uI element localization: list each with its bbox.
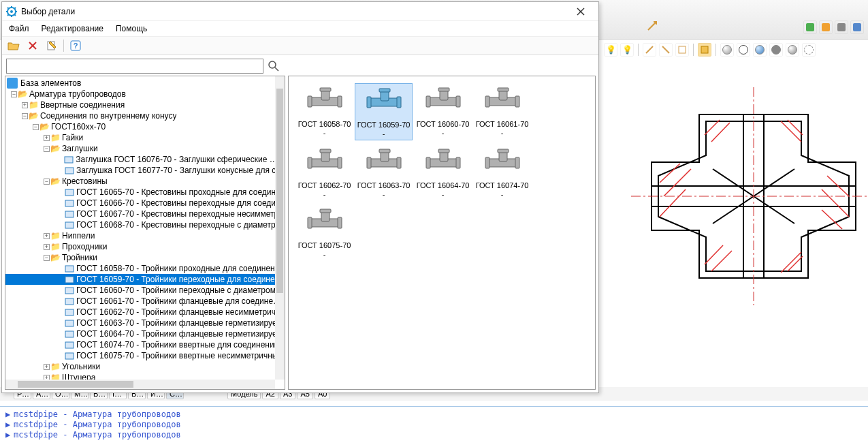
bg-tool-icon[interactable] <box>647 20 660 34</box>
bg-icon-2[interactable] <box>819 20 833 34</box>
tb-tool2-icon[interactable] <box>659 43 673 57</box>
thumbnail-item[interactable]: ГОСТ 16062-70 -Тройники фла... <box>295 144 353 200</box>
part-icon <box>64 264 75 273</box>
svg-rect-55 <box>65 353 74 359</box>
tree-leaf[interactable]: ГОСТ 16061-70 - Тройники фланцевые для с… <box>5 296 285 307</box>
tee-fitting-icon <box>479 146 526 179</box>
cross-fitting-drawing <box>631 87 868 333</box>
tb-sphere2-icon[interactable] <box>737 43 750 57</box>
close-button[interactable] <box>567 3 594 20</box>
drawing-canvas[interactable] <box>597 60 868 399</box>
tee-fitting-icon <box>479 84 526 117</box>
search-button[interactable] <box>266 59 281 74</box>
scroll-thumb[interactable] <box>18 381 133 388</box>
tb-sphere1-icon[interactable] <box>720 43 734 57</box>
tree-leaf[interactable]: Заглушка ГОСТ 16076-70 - Заглушки сферич… <box>5 154 285 165</box>
tree-leaf[interactable]: Заглушка ГОСТ 16077-70 - Заглушки конусн… <box>5 165 285 176</box>
tree-item[interactable]: −📂Соединения по внутреннему конусу <box>5 110 285 121</box>
dialog-titlebar[interactable]: Выбор детали <box>2 2 598 21</box>
tree-item[interactable]: +📁Гайки <box>5 132 285 143</box>
svg-rect-3 <box>853 23 861 31</box>
tree-item[interactable]: +📁Проходники <box>5 241 285 252</box>
tree-panel[interactable]: База элементов −📂Арматура трубопроводов … <box>5 76 285 390</box>
menu-file[interactable]: Файл <box>9 24 29 33</box>
tb-cube-icon[interactable] <box>698 43 711 57</box>
tb-tool3-icon[interactable] <box>675 43 689 57</box>
thumbnail-item[interactable]: ГОСТ 16058-70 -Тройники про... <box>295 83 353 140</box>
tree-root[interactable]: База элементов <box>5 78 285 89</box>
tree-leaf[interactable]: ГОСТ 16075-70 - Тройники ввертные несимм… <box>5 350 285 361</box>
help-button[interactable]: ? <box>68 38 83 53</box>
folder-open-icon: 📂 <box>17 89 28 99</box>
thumb-label: ГОСТ 16075-70 -Тройники вве... <box>297 241 352 259</box>
tree-leaf[interactable]: ГОСТ 16068-70 - Крестовины переходные с … <box>5 219 285 230</box>
collapse-icon[interactable]: − <box>44 146 50 152</box>
svg-rect-68 <box>426 96 430 107</box>
tree-item[interactable]: −📂Заглушки <box>5 143 285 154</box>
thumbnail-item[interactable]: ГОСТ 16064-70 -Тройники фла... <box>414 144 472 200</box>
expand-icon[interactable]: + <box>44 233 50 239</box>
collapse-icon[interactable]: − <box>44 255 50 261</box>
tree-item[interactable]: +📁Ниппели <box>5 230 285 241</box>
svg-rect-69 <box>456 96 460 107</box>
tb-lightbulb-icon[interactable]: 💡 <box>604 43 617 57</box>
part-icon <box>64 318 75 328</box>
svg-rect-42 <box>65 168 74 174</box>
tb-lightbulb2-icon[interactable]: 💡 <box>620 43 634 57</box>
tree-leaf-selected[interactable]: ГОСТ 16059-70 - Тройники переходные для … <box>5 274 285 285</box>
thumbnail-item[interactable]: ГОСТ 16063-70 -Тройники фла... <box>355 144 413 200</box>
part-icon <box>64 198 75 208</box>
tree-leaf[interactable]: ГОСТ 16074-70 - Тройники ввертные для со… <box>5 339 285 350</box>
tb-sphere3-icon[interactable] <box>753 43 767 57</box>
tree-leaf[interactable]: ГОСТ 16060-70 - Тройники переходные с ди… <box>5 285 285 296</box>
tree-vscroll[interactable] <box>275 76 285 380</box>
command-console[interactable]: ▶mcstdpipe - Арматура трубопроводов ▶mcs… <box>0 406 868 447</box>
tree-item[interactable]: −📂Крестовины <box>5 176 285 187</box>
tree-item[interactable]: −📂ГОСТ160xx-70 <box>5 121 285 132</box>
scroll-thumb[interactable] <box>276 89 283 293</box>
menu-edit[interactable]: Редактирование <box>42 24 103 33</box>
expand-icon[interactable]: + <box>44 135 50 141</box>
thumbnail-item[interactable]: ГОСТ 16074-70 -Тройники вве... <box>473 144 531 200</box>
gear-icon <box>6 6 17 17</box>
collapse-icon[interactable]: − <box>11 91 17 97</box>
tree-leaf[interactable]: ГОСТ 16067-70 - Крестовины переходные не… <box>5 209 285 219</box>
svg-rect-89 <box>456 157 460 168</box>
menu-help[interactable]: Помощь <box>116 24 147 33</box>
thumbnail-item[interactable]: ГОСТ 16060-70 -Тройники пер... <box>414 83 472 140</box>
bg-icon-3[interactable] <box>835 20 848 34</box>
collapse-icon[interactable]: − <box>33 124 39 130</box>
search-input[interactable] <box>6 59 263 74</box>
tb-sphere6-icon[interactable] <box>802 43 816 57</box>
expand-icon[interactable]: + <box>22 102 28 108</box>
edit-button[interactable] <box>44 38 59 53</box>
collapse-icon[interactable]: − <box>44 179 50 185</box>
folder-icon: 📁 <box>28 100 39 110</box>
tree-leaf[interactable]: ГОСТ 16064-70 - Тройники фланцевые герме… <box>5 328 285 339</box>
tree-item[interactable]: +📁Угольники <box>5 361 285 372</box>
tree-leaf[interactable]: ГОСТ 16063-70 - Тройники фланцевые герме… <box>5 318 285 328</box>
tb-tool1-icon[interactable] <box>643 43 656 57</box>
thumbnail-item[interactable]: ГОСТ 16075-70 -Тройники вве... <box>295 204 353 260</box>
tree-leaf[interactable]: ГОСТ 16062-70 - Тройники фланцевые несим… <box>5 307 285 318</box>
tree-leaf[interactable]: ГОСТ 16058-70 - Тройники проходные для с… <box>5 263 285 274</box>
tb-sphere4-icon[interactable] <box>769 43 783 57</box>
tee-fitting-icon <box>419 146 467 179</box>
collapse-icon[interactable]: − <box>22 113 28 119</box>
folder-open-button[interactable] <box>6 38 21 53</box>
thumbnail-item[interactable]: ГОСТ 16061-70 -Тройники фла... <box>473 83 531 140</box>
delete-button[interactable] <box>25 38 40 53</box>
tree-item[interactable]: −📂Арматура трубопроводов <box>5 89 285 99</box>
thumbnail-item[interactable]: ГОСТ 16059-70 -Тройники пер... <box>355 83 413 140</box>
expand-icon[interactable]: + <box>44 364 50 370</box>
bg-icon-4[interactable] <box>850 20 864 34</box>
svg-line-18 <box>822 189 849 217</box>
tree-item[interactable]: −📂Тройники <box>5 252 285 263</box>
expand-icon[interactable]: + <box>44 244 50 250</box>
tb-sphere5-icon[interactable] <box>786 43 799 57</box>
bg-icon-1[interactable] <box>803 20 817 34</box>
tree-leaf[interactable]: ГОСТ 16066-70 - Крестовины переходные дл… <box>5 198 285 209</box>
tree-hscroll[interactable] <box>5 380 275 389</box>
tree-leaf[interactable]: ГОСТ 16065-70 - Крестовины проходные для… <box>5 187 285 198</box>
tree-item[interactable]: +📁Ввертные соединения <box>5 99 285 110</box>
